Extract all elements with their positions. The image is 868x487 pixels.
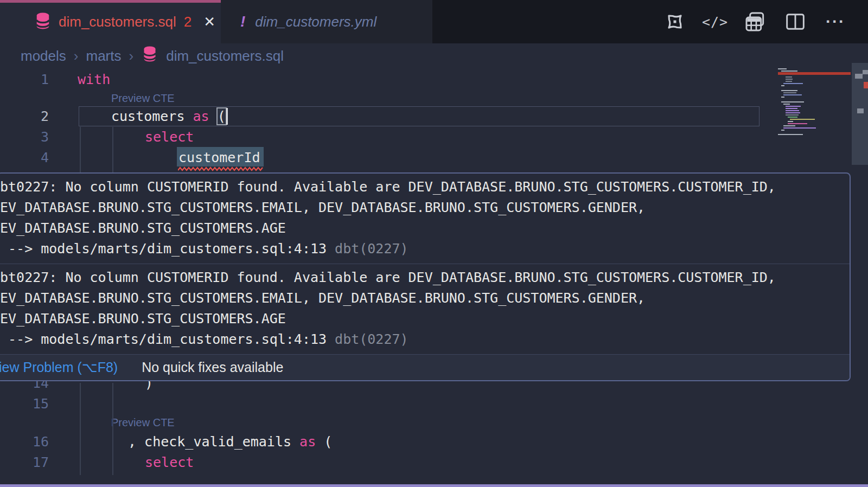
breadcrumb-file[interactable]: dim_customers.sql	[166, 48, 284, 65]
code-token: customers	[111, 108, 193, 124]
editor-actions: </> ···	[663, 0, 847, 43]
hover-status-bar: iew Problem (⌥F8) No quick fixes availab…	[0, 354, 850, 380]
text-cursor	[226, 108, 228, 125]
codelens-preview-cte[interactable]: Preview CTE	[111, 90, 175, 106]
code-token: select	[145, 454, 194, 470]
chevron-right-icon: ›	[129, 48, 134, 65]
code-token: select	[145, 129, 194, 145]
line-number: 15	[0, 394, 49, 414]
code-token: as	[299, 434, 324, 450]
window-bottom-border	[0, 484, 868, 487]
database-icon	[35, 12, 51, 32]
tab-diagnostic-badge: 2	[184, 14, 192, 30]
split-editor-icon[interactable]	[783, 10, 807, 34]
diagnostic-message: bt0227: No column CUSTOMERID found. Avai…	[0, 174, 850, 264]
tab-title: dim_customers.sql	[59, 14, 176, 30]
breadcrumb-models[interactable]: models	[21, 48, 66, 65]
line-number: 16	[0, 432, 49, 452]
no-quick-fixes-label: No quick fixes available	[142, 360, 283, 375]
line-number: 1	[0, 69, 49, 90]
scrollbar[interactable]	[852, 54, 868, 483]
code-token: (	[324, 434, 332, 450]
codelens-preview-cte[interactable]: Preview CTE	[111, 414, 175, 431]
more-actions-icon[interactable]: ···	[824, 10, 847, 34]
code-line-3[interactable]: 3 select	[0, 127, 776, 148]
code-line-4[interactable]: 4 customerId	[0, 148, 776, 168]
matched-bracket: (	[218, 108, 226, 124]
diagnostic-text: EV_DATABASE.BRUNO.STG_CUSTOMERS.EMAIL, D…	[0, 288, 847, 309]
code-line-1[interactable]: 1 with	[0, 69, 776, 90]
diagnostic-text: EV_DATABASE.BRUNO.STG_CUSTOMERS.AGE	[0, 218, 847, 239]
view-problem-link[interactable]: iew Problem (⌥F8)	[0, 360, 118, 375]
code-token: as	[193, 108, 218, 124]
error-squiggle	[178, 164, 264, 170]
diagnostic-text: bt0227: No column CUSTOMERID found. Avai…	[0, 177, 847, 197]
code-token: with	[78, 72, 110, 87]
copy-table-icon[interactable]	[743, 10, 767, 34]
code-icon[interactable]: </>	[703, 10, 727, 34]
code-line-2[interactable]: 2 customers as (	[0, 106, 776, 127]
tab-dim-customers-sql[interactable]: dim_customers.sql 2 ✕	[0, 0, 221, 43]
diagnostic-message: bt0227: No column CUSTOMERID found. Avai…	[0, 264, 850, 354]
line-number: 17	[0, 452, 49, 473]
close-icon[interactable]: ✕	[203, 14, 215, 30]
error-indicator-icon: !	[240, 13, 245, 30]
diagnostic-source: dbt(0227)	[335, 241, 408, 257]
dbt-logo-icon[interactable]	[663, 10, 687, 34]
error-hover-popup: bt0227: No column CUSTOMERID found. Avai…	[0, 172, 851, 381]
code-line-17[interactable]: 17 select	[0, 452, 776, 473]
diagnostic-text: bt0227: No column CUSTOMERID found. Avai…	[0, 267, 847, 288]
line-number: 2	[0, 106, 49, 127]
diagnostic-text: EV_DATABASE.BRUNO.STG_CUSTOMERS.EMAIL, D…	[0, 197, 847, 218]
diagnostic-location: --> models/marts/dim_customers.sql:4:13 …	[0, 239, 847, 259]
tab-bar: dim_customers.sql 2 ✕ ! dim_customers.ym…	[0, 0, 868, 43]
chevron-right-icon: ›	[74, 48, 79, 65]
tab-dim-customers-yml[interactable]: ! dim_customers.yml	[221, 0, 432, 43]
diagnostic-location: --> models/marts/dim_customers.sql:4:13 …	[0, 329, 847, 350]
code-line-16[interactable]: 16 , check_valid_emails as (	[0, 432, 776, 452]
database-icon	[142, 46, 157, 66]
tab-title: dim_customers.yml	[255, 14, 376, 30]
editor-window: dim_customers.sql 2 ✕ ! dim_customers.ym…	[0, 0, 868, 487]
line-number: 4	[0, 148, 49, 168]
error-token: customerId	[178, 150, 260, 165]
diagnostic-source: dbt(0227)	[335, 331, 408, 347]
code-token: , check_valid_emails	[128, 434, 299, 450]
diagnostic-text: EV_DATABASE.BRUNO.STG_CUSTOMERS.AGE	[0, 309, 847, 329]
code-line-15[interactable]: 15	[0, 394, 776, 414]
breadcrumb-marts[interactable]: marts	[86, 48, 122, 65]
line-number: 3	[0, 127, 49, 148]
breadcrumb: models › marts › dim_customers.sql	[21, 44, 284, 67]
